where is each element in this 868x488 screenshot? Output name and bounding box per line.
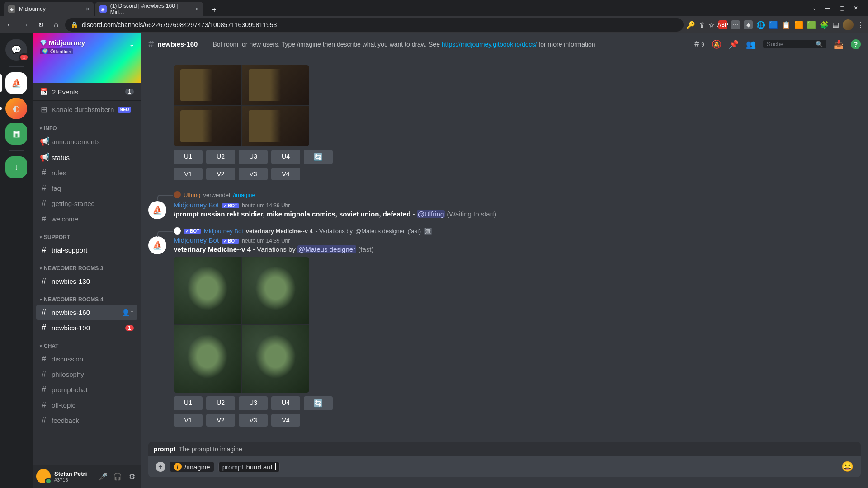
- generated-image[interactable]: [242, 257, 309, 324]
- generated-image[interactable]: [174, 325, 241, 393]
- variation-button-v1[interactable]: V1: [174, 168, 203, 180]
- adblock-icon[interactable]: ABP: [718, 20, 727, 29]
- channel-feedback[interactable]: #feedback: [36, 413, 137, 428]
- share-icon[interactable]: ⇪: [699, 21, 705, 29]
- extension-icon[interactable]: 📋: [782, 21, 791, 29]
- chrome-menu-icon[interactable]: ⋮: [857, 21, 864, 29]
- upscale-button-u2[interactable]: U2: [206, 150, 235, 164]
- extension-icon[interactable]: 🟧: [794, 21, 803, 29]
- back-button[interactable]: ←: [4, 19, 16, 31]
- generated-image[interactable]: [242, 65, 309, 105]
- generated-image-grid[interactable]: [174, 257, 309, 393]
- variation-button-v2[interactable]: V2: [206, 414, 235, 427]
- browse-channels-button[interactable]: ⊞ Kanäle durchstöbern NEU: [36, 101, 137, 118]
- channel-discussion[interactable]: #discussion: [36, 352, 137, 366]
- channel-faq[interactable]: #faq: [36, 181, 137, 196]
- server-icon-midjourney[interactable]: ⛵: [5, 72, 27, 94]
- user-avatar[interactable]: [36, 469, 51, 483]
- variation-button-v4[interactable]: V4: [271, 414, 300, 427]
- tab-dropdown-icon[interactable]: ⌵: [813, 5, 816, 11]
- generated-image[interactable]: [174, 65, 241, 105]
- user-mention[interactable]: @Mateus designer: [297, 245, 356, 253]
- variation-button-v1[interactable]: V1: [174, 414, 203, 427]
- section-newcomer-4[interactable]: NEWCOMER ROOMS 4: [36, 289, 137, 305]
- variation-button-v2[interactable]: V2: [206, 168, 235, 180]
- search-input[interactable]: Suche 🔍: [763, 40, 826, 48]
- new-tab-button[interactable]: +: [208, 4, 221, 16]
- channel-announcements[interactable]: 📢announcements: [36, 134, 137, 149]
- upscale-button-u3[interactable]: U3: [239, 396, 268, 410]
- close-icon[interactable]: ×: [86, 5, 90, 13]
- extension-icon[interactable]: ⋯: [731, 20, 740, 29]
- side-panel-icon[interactable]: ▤: [832, 21, 839, 29]
- bookmark-icon[interactable]: ☆: [708, 21, 715, 29]
- interaction-command[interactable]: /imagine: [233, 192, 255, 198]
- section-info[interactable]: INFO: [36, 118, 137, 133]
- channel-getting-started[interactable]: #getting-started: [36, 196, 137, 211]
- emoji-picker-button[interactable]: 😀: [841, 461, 854, 473]
- extension-icon[interactable]: 🌐: [756, 21, 765, 29]
- extension-icon[interactable]: ◆: [744, 20, 753, 29]
- variation-button-v3[interactable]: V3: [239, 414, 268, 427]
- channel-off-topic[interactable]: #off-topic: [36, 398, 137, 413]
- threads-button[interactable]: # 9: [694, 39, 704, 49]
- generated-image[interactable]: [174, 106, 241, 146]
- mute-button[interactable]: 🎤: [98, 471, 108, 482]
- upscale-button-u4[interactable]: U4: [271, 396, 300, 410]
- command-parameter[interactable]: prompt hund auf: [218, 462, 280, 472]
- section-chat[interactable]: CHAT: [36, 336, 137, 351]
- maximize-button[interactable]: ▢: [840, 5, 844, 11]
- channel-newbies-130[interactable]: #newbies-130: [36, 274, 137, 289]
- attach-button[interactable]: +: [156, 462, 165, 472]
- create-invite-icon[interactable]: 👤⁺: [122, 309, 134, 317]
- channel-status[interactable]: 📢status: [36, 150, 137, 165]
- section-support[interactable]: SUPPORT: [36, 227, 137, 242]
- upscale-button-u3[interactable]: U3: [239, 150, 268, 164]
- reroll-button[interactable]: 🔄: [304, 396, 333, 410]
- settings-button[interactable]: ⚙: [127, 471, 137, 482]
- bot-avatar[interactable]: ⛵: [148, 236, 166, 254]
- upscale-button-u1[interactable]: U1: [174, 150, 203, 164]
- extension-icon[interactable]: 🟦: [769, 21, 778, 29]
- window-close-button[interactable]: ✕: [854, 5, 858, 11]
- pinned-button[interactable]: 📌: [729, 39, 739, 49]
- profile-avatar[interactable]: [843, 19, 854, 30]
- server-icon[interactable]: ◐: [5, 98, 27, 119]
- download-apps-button[interactable]: ↓: [5, 156, 27, 178]
- message-author[interactable]: Midjourney Bot: [174, 201, 219, 209]
- discord-home-button[interactable]: 💬1: [5, 39, 27, 61]
- channel-newbies-190[interactable]: #newbies-1901: [36, 320, 137, 335]
- autocomplete-popup[interactable]: prompt The prompt to imagine: [148, 442, 861, 456]
- message-author[interactable]: Midjourney Bot: [174, 236, 219, 244]
- extensions-menu-icon[interactable]: 🧩: [820, 21, 829, 29]
- topic-link[interactable]: https://midjourney.gitbook.io/docs/: [442, 41, 537, 48]
- channel-trial-support[interactable]: #trial-support: [36, 243, 137, 258]
- channel-rules[interactable]: #rules: [36, 165, 137, 180]
- server-header[interactable]: 💎Midjourney 🌍Öffentlich ⌄: [33, 33, 141, 83]
- server-icon[interactable]: ▦: [5, 123, 27, 145]
- inbox-button[interactable]: 📥: [834, 39, 844, 49]
- upscale-button-u1[interactable]: U1: [174, 396, 203, 410]
- home-button[interactable]: ⌂: [50, 19, 62, 31]
- generated-image[interactable]: [242, 325, 309, 393]
- channel-newbies-160[interactable]: #newbies-160👤⁺: [36, 305, 137, 320]
- bot-avatar[interactable]: ⛵: [148, 201, 166, 219]
- user-mention[interactable]: @Mateus designer: [355, 228, 405, 235]
- reply-context[interactable]: ✓ BOT Midjourney Bot veterinary Medicine…: [174, 227, 861, 235]
- events-button[interactable]: 📅 2 Events 1: [33, 83, 141, 101]
- user-mention[interactable]: @Ulfring: [417, 210, 445, 218]
- upscale-button-u4[interactable]: U4: [271, 150, 300, 164]
- user-info[interactable]: Stefan Petri #3718: [54, 470, 94, 483]
- variation-button-v3[interactable]: V3: [239, 168, 268, 180]
- variation-button-v4[interactable]: V4: [271, 168, 300, 180]
- channel-topic[interactable]: Bot room for new users. Type /imagine th…: [207, 41, 691, 48]
- deafen-button[interactable]: 🎧: [112, 471, 123, 482]
- reroll-button[interactable]: 🔄: [304, 150, 333, 164]
- minimize-button[interactable]: —: [825, 5, 830, 11]
- generated-image[interactable]: [242, 106, 309, 146]
- members-button[interactable]: 👥: [746, 39, 756, 49]
- generated-image-grid[interactable]: [174, 65, 309, 146]
- channel-prompt-chat[interactable]: #prompt-chat: [36, 382, 137, 397]
- browser-tab[interactable]: ◉ (1) Discord | #newbies-160 | Mid… ×: [95, 2, 203, 16]
- help-button[interactable]: ?: [851, 39, 861, 49]
